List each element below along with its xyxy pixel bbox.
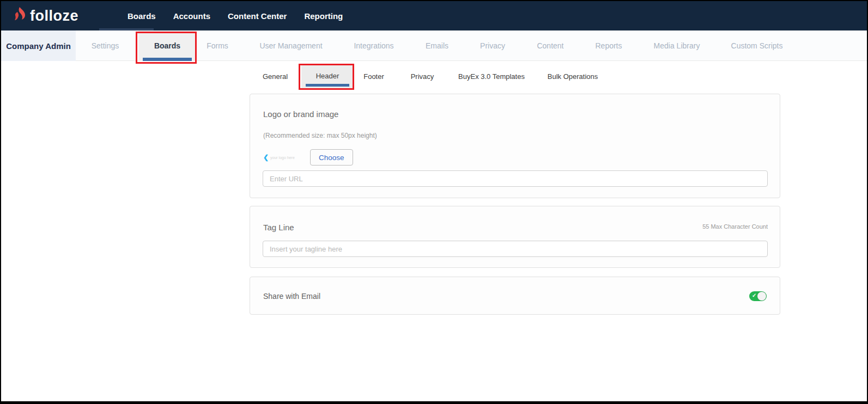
admin-tab-content[interactable]: Content [537,30,563,61]
subtab-buyex-templates[interactable]: BuyEx 3.0 Templates [458,65,525,89]
share-email-toggle[interactable]: ✓ [749,291,767,301]
broken-image-icon: ❮ [263,154,269,161]
admin-tab-boards[interactable]: Boards [138,30,196,61]
flame-icon [14,7,26,25]
page-title: Company Admin [6,41,71,51]
admin-tab-custom-scripts[interactable]: Custom Scripts [731,30,783,61]
logo-brand-image-card: Logo or brand image (Recommended size: m… [250,94,780,198]
admin-tab-emails[interactable]: Emails [426,30,448,61]
topnav-item-content-center[interactable]: Content Center [228,11,287,21]
boards-sub-tabs: General Header Footer Privacy BuyEx 3.0 … [1,62,867,90]
logo-size-hint: (Recommended size: max 50px height) [263,132,377,139]
check-icon: ✓ [752,292,756,298]
share-with-email-label: Share with Email [263,277,320,315]
subtab-footer[interactable]: Footer [363,65,384,89]
admin-tab-media-library[interactable]: Media Library [654,30,700,61]
logo-image-placeholder: ❮ your logo here [263,154,302,161]
folloze-logo[interactable]: folloze [14,1,78,30]
admin-tab-reports[interactable]: Reports [595,30,622,61]
admin-tab-settings[interactable]: Settings [92,30,119,61]
logo-image-alt-text: your logo here [270,156,295,160]
topnav-item-reporting[interactable]: Reporting [304,11,343,21]
topnav-item-boards[interactable]: Boards [128,11,156,21]
logo-url-input[interactable] [263,170,768,187]
tagline-card-title: Tag Line [263,223,294,232]
folloze-admin-screen: folloze Boards Accounts Content Center R… [0,0,868,404]
share-with-email-card: Share with Email ✓ [250,277,780,315]
brand-name: folloze [30,8,78,25]
subtab-bulk-operations[interactable]: Bulk Operations [548,65,598,89]
logo-upload-row: ❮ your logo here Choose [263,149,353,166]
tagline-card: Tag Line 55 Max Character Count [250,206,780,268]
company-admin-nav: Company Admin Settings Boards Forms User… [1,30,867,61]
admin-tab-privacy[interactable]: Privacy [480,30,505,61]
subtab-privacy[interactable]: Privacy [411,65,434,89]
choose-file-button[interactable]: Choose [310,149,353,166]
tagline-input[interactable] [263,241,768,257]
topnav-item-accounts[interactable]: Accounts [173,11,210,21]
subtab-header[interactable]: Header [301,65,354,89]
company-admin-title-section: Company Admin [1,30,76,61]
top-nav-items: Boards Accounts Content Center Reporting [128,1,343,30]
top-navbar: folloze Boards Accounts Content Center R… [1,1,867,30]
admin-tab-user-management[interactable]: User Management [259,30,322,61]
admin-tab-forms[interactable]: Forms [207,30,228,61]
logo-card-title: Logo or brand image [263,109,338,119]
subtab-general[interactable]: General [263,65,288,89]
tagline-char-count: 55 Max Character Count [702,223,768,230]
admin-tab-integrations[interactable]: Integrations [354,30,393,61]
toggle-knob [757,292,766,301]
